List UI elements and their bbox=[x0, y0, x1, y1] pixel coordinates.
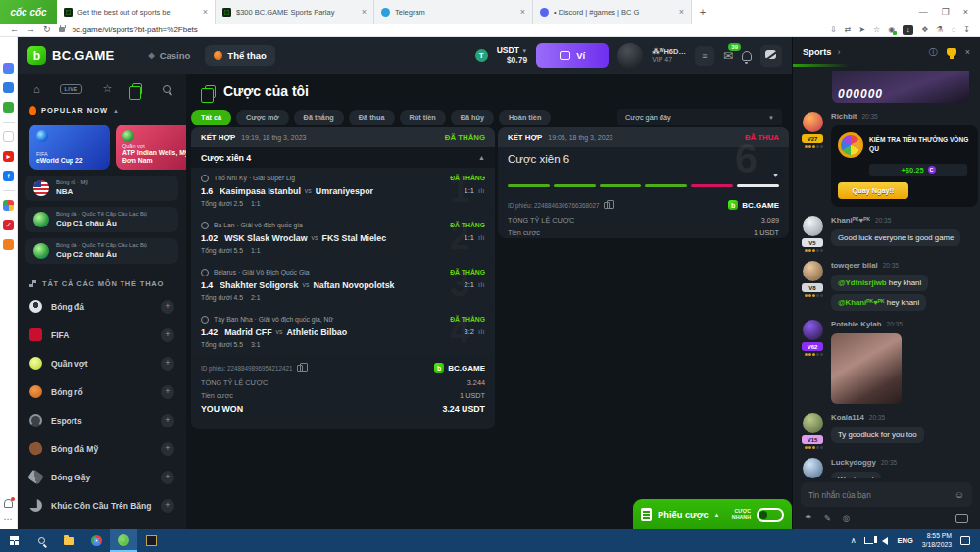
sidebar-item-tennis[interactable]: Quần vợt + bbox=[18, 349, 186, 377]
bet-leg-3[interactable]: Belarus · Giải Vô Địch Quốc Gia ĐÃ THẮNG… bbox=[191, 262, 495, 307]
sidebar-item-ice-hockey[interactable]: Khúc Côn Cầu Trên Băng + bbox=[18, 491, 186, 520]
tray-expand-icon[interactable]: ∧ bbox=[851, 536, 857, 545]
messenger-icon[interactable] bbox=[3, 63, 14, 74]
browser-tab-3[interactable]: Telegram × bbox=[374, 0, 533, 24]
gif-keyboard-icon[interactable] bbox=[956, 514, 968, 523]
avatar[interactable] bbox=[803, 413, 823, 433]
sidebar-item-fifa[interactable]: FIFA + bbox=[18, 321, 186, 349]
search-icon[interactable] bbox=[163, 85, 171, 93]
chrome-app[interactable] bbox=[82, 529, 110, 552]
file-explorer[interactable] bbox=[55, 529, 82, 552]
bcgame-logo-text[interactable]: BC.GAME bbox=[52, 48, 115, 63]
maximize-button[interactable]: ❐ bbox=[942, 7, 950, 17]
expand-plus-icon[interactable]: + bbox=[161, 414, 174, 427]
league-of-legends-app[interactable] bbox=[137, 529, 165, 552]
inbox-icon[interactable]: ✉39 bbox=[723, 49, 733, 63]
chat-toggle-icon[interactable] bbox=[760, 45, 782, 67]
filter-won[interactable]: Đã thắng bbox=[294, 110, 344, 125]
filter-lost[interactable]: Đã thua bbox=[349, 110, 395, 125]
trophy-icon[interactable] bbox=[947, 48, 956, 56]
close-tab-icon[interactable]: × bbox=[679, 7, 684, 17]
bet-name-row[interactable]: Cược xiên 4 ▲ bbox=[191, 147, 495, 168]
betslip-button[interactable]: Phiếu cược ▲ CƯỢC NHANH bbox=[633, 499, 792, 529]
avatar[interactable] bbox=[803, 261, 823, 281]
stats-icon[interactable]: ılı bbox=[478, 187, 485, 194]
bet-leg-4[interactable]: Tây Ban Nha · Giải vô địch quốc gia, Nữ … bbox=[191, 309, 495, 354]
add-shortcut-icon[interactable]: + bbox=[3, 131, 14, 142]
close-tab-icon[interactable]: × bbox=[203, 7, 208, 17]
quick-menu-icon[interactable]: ≡ bbox=[695, 46, 714, 66]
volume-icon[interactable] bbox=[882, 537, 888, 545]
extension-1-icon[interactable]: ❖ bbox=[921, 25, 928, 34]
close-tab-icon[interactable]: × bbox=[362, 7, 367, 17]
filter-all[interactable]: Tất cả bbox=[191, 110, 231, 125]
balance-selector[interactable]: USDT ▼ $0.79 bbox=[497, 46, 527, 66]
filter-cashout[interactable]: Rút tiền bbox=[400, 110, 446, 125]
chat-message-input[interactable] bbox=[808, 490, 955, 500]
browser-tab-1[interactable]: Get the best out of sports be × bbox=[57, 0, 216, 24]
expand-plus-icon[interactable]: + bbox=[161, 471, 174, 484]
chat-tab-sports[interactable]: Sports bbox=[803, 47, 831, 57]
live-icon[interactable]: LIVE bbox=[60, 84, 81, 94]
chat-rules-icon[interactable]: ✎ bbox=[824, 513, 831, 523]
expand-plus-icon[interactable]: + bbox=[161, 300, 174, 314]
shopping-icon[interactable] bbox=[3, 239, 14, 250]
language-indicator[interactable]: ENG bbox=[897, 536, 912, 545]
league-item-cup-c1[interactable]: Bóng đá · Quốc Tế Cấp Câu Lạc Bộ Cúp C1 … bbox=[25, 207, 178, 232]
network-icon[interactable] bbox=[864, 537, 873, 544]
chat-messages[interactable]: 000000 V27 Richbit 20:35 KI bbox=[793, 67, 980, 478]
spin-bonus-card[interactable]: KIỂM TRA TIỀN THƯỞNG VÒNG QU +$0.25 C Qu… bbox=[831, 125, 978, 207]
stats-icon[interactable]: ılı bbox=[478, 234, 485, 241]
youtube-icon[interactable]: ▸ bbox=[3, 151, 14, 162]
sort-select[interactable]: Cược gần đây ▼ bbox=[617, 109, 782, 125]
downloads-tray-icon[interactable]: ↧ bbox=[963, 25, 970, 34]
league-item-nba[interactable]: Bóng rổ · Mỹ NBA bbox=[25, 176, 178, 201]
stats-icon[interactable]: ılı bbox=[478, 281, 485, 288]
avatar[interactable] bbox=[617, 43, 643, 69]
chat-image-attachment[interactable] bbox=[831, 333, 902, 404]
collapse-caret-icon[interactable]: ▲ bbox=[478, 154, 485, 161]
share-icon[interactable]: ➤ bbox=[858, 25, 865, 34]
bet-leg-1[interactable]: Thổ Nhĩ Kỳ · Giải Super Lig ĐÃ THẮNG 1.6… bbox=[191, 168, 495, 213]
facebook-icon[interactable]: f bbox=[3, 171, 14, 181]
nav-casino[interactable]: ◆ Casino bbox=[140, 45, 200, 66]
download-manager-icon[interactable]: ↓ bbox=[903, 25, 913, 35]
copy-icon[interactable] bbox=[604, 202, 610, 209]
filter-cancelled[interactable]: Đã hủy bbox=[451, 110, 494, 125]
start-button[interactable] bbox=[0, 529, 27, 552]
popular-card-atp-indian-wells[interactable]: Quần vợt ATP Indian Wells, Mỹ Đơn Nam bbox=[116, 125, 186, 170]
forward-icon[interactable]: → bbox=[26, 25, 35, 34]
coin-drop-icon[interactable]: ◎ bbox=[843, 513, 850, 523]
emoji-icon[interactable]: ☺ bbox=[955, 489, 964, 500]
expand-plus-icon[interactable]: + bbox=[161, 385, 174, 399]
sidebar-item-soccer[interactable]: Bóng đá + bbox=[18, 292, 186, 321]
colorful-app-icon[interactable] bbox=[3, 200, 14, 211]
mention[interactable]: @Ydfnisrjiwb bbox=[838, 278, 887, 287]
sidebar-item-esports[interactable]: Esports + bbox=[18, 406, 186, 434]
rain-tip-icon[interactable]: ☂ bbox=[805, 513, 812, 523]
notifications-icon[interactable] bbox=[742, 51, 752, 61]
new-tab-button[interactable]: + bbox=[692, 0, 713, 24]
copy-icon[interactable] bbox=[297, 365, 303, 372]
adblock-icon[interactable]: ◉ bbox=[888, 25, 895, 34]
coccoc-menu-button[interactable]: cốc cốc bbox=[0, 0, 57, 24]
wallet-button[interactable]: Ví bbox=[536, 43, 609, 68]
more-options-icon[interactable]: ⋯ bbox=[4, 514, 14, 524]
action-center-icon[interactable] bbox=[960, 536, 970, 545]
extension-2-icon[interactable]: ⚗ bbox=[936, 25, 943, 34]
close-window-button[interactable]: × bbox=[963, 7, 968, 17]
spin-now-button[interactable]: Quay Ngay!! bbox=[838, 182, 908, 199]
profile-icon[interactable]: ◌ bbox=[952, 25, 956, 34]
close-tab-icon[interactable]: × bbox=[520, 7, 525, 17]
my-bets-icon[interactable] bbox=[132, 83, 142, 95]
translate-icon[interactable]: ⇄ bbox=[845, 25, 852, 34]
popular-card-fifa-eworld-cup[interactable]: FIFA eWorld Cup 22 bbox=[29, 125, 110, 170]
sidebar-item-american-football[interactable]: Bóng đá Mỹ + bbox=[18, 434, 186, 463]
avatar[interactable] bbox=[803, 216, 823, 236]
popular-now-header[interactable]: POPULAR NOW ▲ bbox=[18, 102, 186, 119]
user-info[interactable]: ⁂ᵂH6D… VIP 47 bbox=[652, 47, 686, 64]
games-icon[interactable] bbox=[3, 102, 14, 113]
coccoc-app-active[interactable] bbox=[110, 529, 137, 552]
bet-name-row[interactable]: Cược xiên 6 6 ▼ bbox=[498, 147, 789, 180]
bet-leg-2[interactable]: Ba Lan · Giải vô địch quốc gia ĐÃ THẮNG … bbox=[191, 215, 495, 260]
